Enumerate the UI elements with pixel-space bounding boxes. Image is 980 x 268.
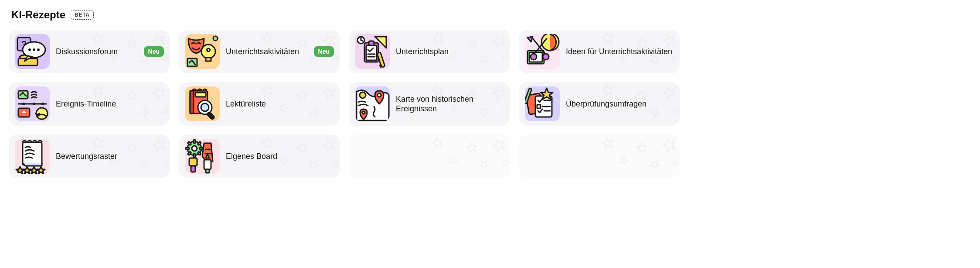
scissors-craft-icon xyxy=(525,34,560,69)
recipe-card-label: Lektüreliste xyxy=(226,99,334,109)
svg-rect-10 xyxy=(206,58,211,61)
svg-rect-60 xyxy=(186,148,189,149)
placeholder-card xyxy=(519,134,680,178)
recipe-card-label: Überprüfungsumfragen xyxy=(566,99,674,109)
svg-rect-58 xyxy=(194,154,195,157)
recipe-card-label: Karte von historischen Ereignissen xyxy=(396,94,504,114)
recipe-card-review-surveys[interactable]: Überprüfungsumfragen xyxy=(519,82,680,126)
svg-point-12 xyxy=(213,36,218,41)
placeholder-card xyxy=(349,134,510,178)
section-header: KI-Rezepte BETA xyxy=(9,9,671,21)
svg-point-32 xyxy=(36,108,48,119)
recipe-grid: ? Diskussionsforum Neu xyxy=(9,30,671,178)
svg-rect-35 xyxy=(190,91,194,113)
checklist-star-icon xyxy=(525,86,560,121)
recipe-card-label: Ereignis-Timeline xyxy=(56,99,164,109)
page-title: KI-Rezepte xyxy=(11,9,65,21)
svg-point-30 xyxy=(24,92,26,94)
svg-rect-64 xyxy=(204,160,211,169)
timeline-icon xyxy=(15,86,50,121)
svg-point-7 xyxy=(37,48,40,51)
recipe-card-historical-map[interactable]: Karte von historischen Ereignissen xyxy=(349,82,510,126)
clipboard-ruler-icon xyxy=(355,34,390,69)
recipe-card-custom-board[interactable]: Eigenes Board xyxy=(179,134,340,178)
recipe-card-event-timeline[interactable]: Ereignis-Timeline xyxy=(9,82,170,126)
recipe-card-label: Eigenes Board xyxy=(226,151,334,161)
recipe-card-lesson-plan[interactable]: Unterrichtsplan xyxy=(349,30,510,73)
svg-rect-65 xyxy=(206,169,209,173)
rubric-stars-icon xyxy=(15,139,50,174)
recipe-card-label: Bewertungsraster xyxy=(56,151,164,161)
svg-rect-62 xyxy=(189,158,197,166)
svg-point-42 xyxy=(378,93,381,97)
recipe-card-label: Unterrichtsaktivitäten xyxy=(226,47,310,57)
recipe-card-class-activities[interactable]: Unterrichtsaktivitäten Neu xyxy=(179,30,340,73)
masks-bulb-icon xyxy=(185,34,220,69)
svg-point-24 xyxy=(543,54,549,60)
svg-rect-17 xyxy=(369,41,374,45)
svg-rect-54 xyxy=(194,140,195,143)
svg-point-5 xyxy=(28,48,31,51)
recipe-card-label: Ideen für Unterrichtsaktivitäten xyxy=(566,47,674,57)
recipe-card-label: Unterrichtsplan xyxy=(396,47,504,57)
svg-point-27 xyxy=(33,103,35,105)
beta-badge: BETA xyxy=(71,10,94,20)
paint-tools-icon xyxy=(185,139,220,174)
svg-point-26 xyxy=(22,103,25,105)
recipe-card-discussion-forum[interactable]: ? Diskussionsforum Neu xyxy=(9,30,170,73)
svg-point-41 xyxy=(360,92,366,98)
new-badge: Neu xyxy=(144,46,164,57)
svg-point-23 xyxy=(531,54,537,60)
svg-point-28 xyxy=(41,103,44,105)
svg-point-38 xyxy=(201,103,209,111)
svg-point-53 xyxy=(192,146,197,151)
map-pins-icon xyxy=(355,86,390,121)
svg-point-43 xyxy=(362,111,365,114)
svg-point-6 xyxy=(33,48,35,51)
svg-rect-63 xyxy=(191,166,195,172)
recipe-card-reading-list[interactable]: Lektüreliste xyxy=(179,82,340,126)
svg-rect-36 xyxy=(195,93,206,97)
book-magnify-icon xyxy=(185,86,220,121)
recipe-card-label: Diskussionsforum xyxy=(56,47,140,57)
recipe-card-activity-ideas[interactable]: Ideen für Unterrichtsaktivitäten xyxy=(519,30,680,73)
question-speech-icon: ? xyxy=(15,34,50,69)
svg-rect-16 xyxy=(366,45,377,60)
new-badge: Neu xyxy=(314,46,334,57)
recipe-card-rubric[interactable]: Bewertungsraster xyxy=(9,134,170,178)
